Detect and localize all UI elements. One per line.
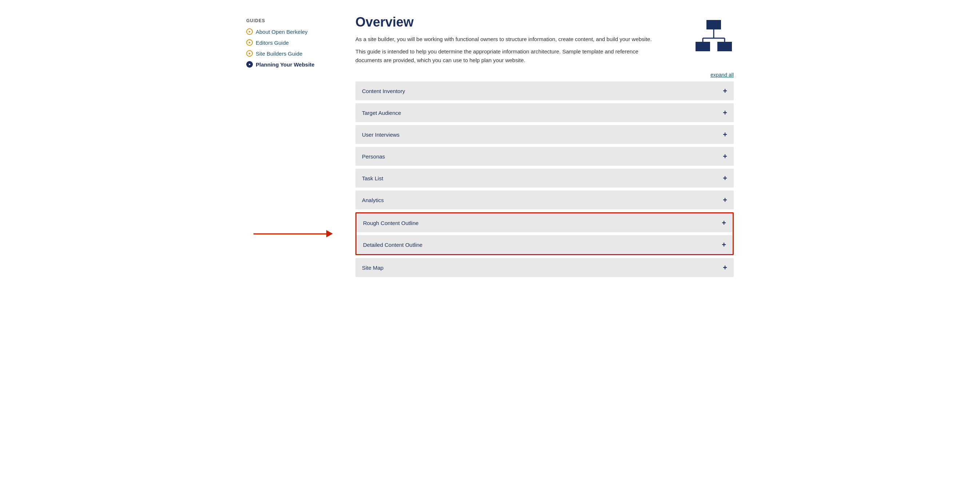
sidebar-link-about[interactable]: About Open Berkeley — [256, 29, 308, 35]
svg-rect-2 — [718, 42, 732, 51]
expand-all-row: expand all — [355, 72, 734, 78]
sidebar-link-editors[interactable]: Editors Guide — [256, 40, 289, 46]
svg-rect-0 — [706, 20, 721, 29]
page-title: Overview — [355, 14, 654, 30]
circle-arrow-icon-about — [246, 29, 253, 35]
accordion-plus-detailed-content-outline: + — [722, 241, 726, 248]
arrow-annotation — [253, 230, 333, 237]
accordion-plus-content-inventory: + — [723, 87, 727, 95]
circle-arrow-icon-planning-active — [246, 61, 253, 68]
sidebar-item-planning[interactable]: Planning Your Website — [246, 61, 334, 68]
circle-arrow-icon-site-builders — [246, 50, 253, 57]
accordion-item-site-map[interactable]: Site Map + — [355, 258, 734, 277]
accordion-item-rough-content-outline[interactable]: Rough Content Outline + — [356, 213, 733, 232]
accordion-label-personas: Personas — [362, 154, 385, 160]
svg-rect-1 — [695, 42, 710, 51]
accordion-item-detailed-content-outline[interactable]: Detailed Content Outline + — [356, 235, 733, 254]
sidebar-item-site-builders[interactable]: Site Builders Guide — [246, 50, 334, 57]
sidebar-item-about[interactable]: About Open Berkeley — [246, 29, 334, 35]
accordion-item-content-inventory[interactable]: Content Inventory + — [355, 81, 734, 100]
overview-description-2: This guide is intended to help you deter… — [355, 47, 654, 65]
accordion-label-rough-content-outline: Rough Content Outline — [363, 220, 419, 226]
overview-header: Overview As a site builder, you will be … — [355, 14, 734, 65]
accordion-item-analytics[interactable]: Analytics + — [355, 190, 734, 209]
sidebar-link-site-builders[interactable]: Site Builders Guide — [256, 51, 302, 57]
accordion-label-task-list: Task List — [362, 175, 383, 181]
accordion-item-task-list[interactable]: Task List + — [355, 169, 734, 187]
highlight-section: Rough Content Outline + Detailed Content… — [355, 212, 734, 255]
accordion-plus-personas: + — [723, 153, 727, 160]
accordion-label-analytics: Analytics — [362, 197, 384, 203]
sidebar-item-editors[interactable]: Editors Guide — [246, 39, 334, 46]
accordion-label-content-inventory: Content Inventory — [362, 88, 405, 94]
overview-description-1: As a site builder, you will be working w… — [355, 35, 654, 44]
accordion-list: Content Inventory + Target Audience + Us… — [355, 81, 734, 277]
accordion-plus-target-audience: + — [723, 109, 727, 116]
network-diagram-icon — [694, 18, 734, 56]
guides-label: GUIDES — [246, 18, 334, 23]
accordion-plus-site-map: + — [723, 264, 727, 271]
accordion-label-target-audience: Target Audience — [362, 110, 401, 116]
accordion-plus-user-interviews: + — [723, 131, 727, 138]
accordion-label-user-interviews: User Interviews — [362, 132, 399, 138]
circle-arrow-icon-editors — [246, 39, 253, 46]
accordion-plus-rough-content-outline: + — [722, 219, 726, 227]
overview-text-block: Overview As a site builder, you will be … — [355, 14, 654, 65]
accordion-item-target-audience[interactable]: Target Audience + — [355, 103, 734, 122]
sidebar: GUIDES About Open Berkeley Editors Guide… — [246, 14, 348, 280]
accordion-label-site-map: Site Map — [362, 265, 383, 271]
accordion-item-user-interviews[interactable]: User Interviews + — [355, 125, 734, 144]
expand-all-link[interactable]: expand all — [710, 72, 734, 78]
highlight-border: Rough Content Outline + Detailed Content… — [355, 212, 734, 255]
main-content: Overview As a site builder, you will be … — [348, 14, 734, 280]
sidebar-link-planning: Planning Your Website — [256, 62, 315, 68]
sidebar-nav: About Open Berkeley Editors Guide Site B… — [246, 29, 334, 68]
accordion-label-detailed-content-outline: Detailed Content Outline — [363, 242, 422, 248]
accordion-plus-task-list: + — [723, 174, 727, 182]
arrow-line — [253, 233, 326, 235]
accordion-plus-analytics: + — [723, 196, 727, 203]
arrow-head — [326, 230, 333, 237]
accordion-item-personas[interactable]: Personas + — [355, 147, 734, 166]
